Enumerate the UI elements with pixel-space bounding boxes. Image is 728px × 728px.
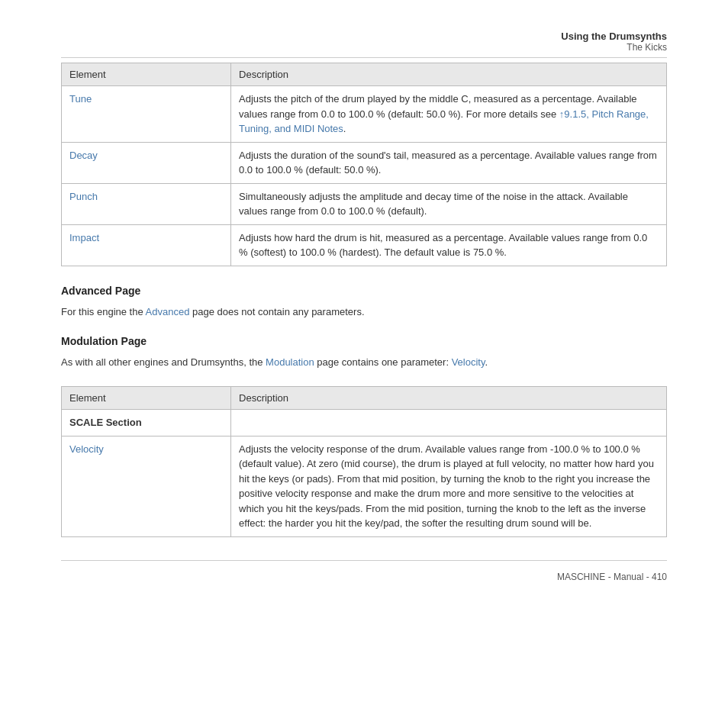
scale-section-row: SCALE Section xyxy=(62,410,667,436)
col-element-header: Element xyxy=(62,63,231,86)
table-header-row: Element Description xyxy=(62,387,667,410)
modulation-parameters-table: Element Description SCALE Section Veloci… xyxy=(61,386,667,537)
scale-section-label: SCALE Section xyxy=(62,410,231,436)
modulation-page-text: As with all other engines and Drumsynths… xyxy=(61,355,667,371)
table-row: Impact Adjusts how hard the drum is hit,… xyxy=(62,224,667,266)
page-container: Using the Drumsynths The Kicks Element D… xyxy=(0,0,728,598)
col-description-header2: Description xyxy=(231,387,667,410)
header-title: Using the Drumsynths xyxy=(61,31,667,42)
page-footer: MASCHINE - Manual - 410 xyxy=(557,572,667,582)
element-decay: Decay xyxy=(62,142,231,183)
col-element-header2: Element xyxy=(62,387,231,410)
bottom-rule xyxy=(61,560,667,561)
modulation-page-heading: Modulation Page xyxy=(61,335,667,347)
velocity-link[interactable]: Velocity xyxy=(69,443,104,455)
element-impact: Impact xyxy=(62,224,231,266)
punch-link[interactable]: Punch xyxy=(69,191,98,202)
modulation-text-middle: page contains one parameter: xyxy=(314,356,452,368)
table-row: Velocity Adjusts the velocity response o… xyxy=(62,436,667,536)
table-row: Tune Adjusts the pitch of the drum playe… xyxy=(62,86,667,143)
tune-link[interactable]: Tune xyxy=(69,93,92,105)
advanced-link[interactable]: Advanced xyxy=(146,306,190,317)
advanced-text-after: page does not contain any parameters. xyxy=(189,306,364,317)
modulation-text-end: . xyxy=(485,356,488,368)
desc-decay: Adjusts the duration of the sound's tail… xyxy=(231,142,667,183)
scale-section-desc xyxy=(231,410,667,436)
table-row: Decay Adjusts the duration of the sound'… xyxy=(62,142,667,183)
table-row: Punch Simultaneously adjusts the amplitu… xyxy=(62,183,667,224)
decay-link[interactable]: Decay xyxy=(69,150,98,161)
tune-reference-link[interactable]: ↑9.1.5, Pitch Range, Tuning, and MIDI No… xyxy=(239,108,649,135)
desc-velocity: Adjusts the velocity response of the dru… xyxy=(231,436,667,536)
modulation-link[interactable]: Modulation xyxy=(266,356,314,368)
element-punch: Punch xyxy=(62,183,231,224)
advanced-text-before: For this engine the xyxy=(61,306,146,317)
impact-link[interactable]: Impact xyxy=(69,232,99,243)
page-header: Using the Drumsynths The Kicks xyxy=(61,31,667,58)
velocity-inline-link[interactable]: Velocity xyxy=(452,356,485,368)
header-subtitle: The Kicks xyxy=(61,42,667,53)
modulation-text-before: As with all other engines and Drumsynths… xyxy=(61,356,266,368)
desc-punch: Simultaneously adjusts the amplitude and… xyxy=(231,183,667,224)
desc-impact: Adjusts how hard the drum is hit, measur… xyxy=(231,224,667,266)
element-velocity: Velocity xyxy=(62,436,231,536)
desc-tune: Adjusts the pitch of the drum played by … xyxy=(231,86,667,143)
advanced-page-text: For this engine the Advanced page does n… xyxy=(61,304,667,321)
advanced-page-heading: Advanced Page xyxy=(61,285,667,297)
main-parameters-table: Element Description Tune Adjusts the pit… xyxy=(61,63,667,266)
table-header-row: Element Description xyxy=(62,63,667,86)
col-description-header: Description xyxy=(231,63,667,86)
element-tune: Tune xyxy=(62,86,231,143)
